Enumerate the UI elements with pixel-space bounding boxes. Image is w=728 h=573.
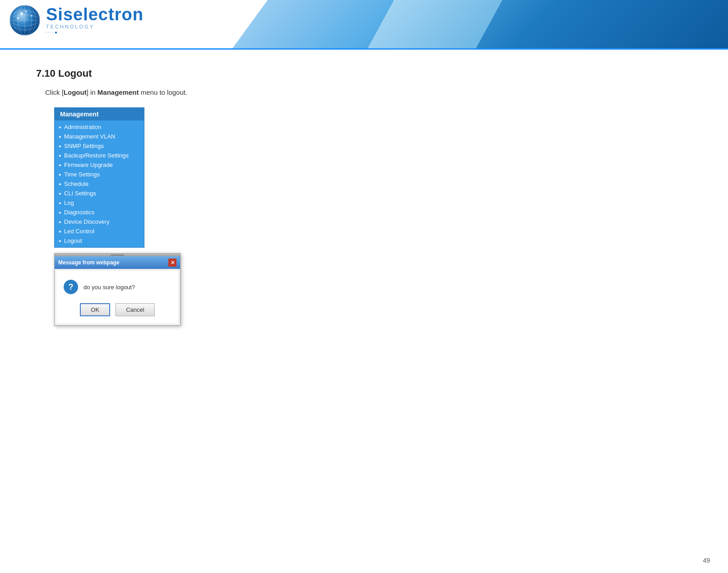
intro-bold: Management: [97, 88, 139, 96]
question-mark: ?: [69, 282, 74, 292]
dialog-ok-button[interactable]: OK: [80, 303, 110, 316]
intro-middle: ] in: [87, 88, 97, 96]
bullet-icon: ▸: [59, 162, 61, 167]
dialog-title: Message from webpage: [58, 259, 119, 266]
bullet-icon: ▸: [59, 181, 61, 186]
menu-item-label: Schedule: [64, 180, 88, 187]
menu-item-label: Time Settings: [64, 171, 100, 178]
management-menu: Management ▸ Administration ▸ Management…: [54, 107, 144, 248]
menu-item-label: SNMP Settings: [64, 143, 104, 149]
dialog-message-row: ? do you sure logout?: [64, 280, 171, 294]
svg-point-9: [17, 17, 19, 19]
menu-item-snmp-settings[interactable]: ▸ SNMP Settings: [55, 141, 144, 151]
bullet-icon: ▸: [59, 172, 61, 177]
intro-suffix: menu to logout.: [139, 88, 188, 96]
section-heading: Logout: [58, 68, 92, 79]
dialog-body: ? do you sure logout? OK Cancel: [56, 271, 178, 323]
intro-text: Click [Logout] in Management menu to log…: [45, 88, 692, 96]
dialog-message-text: do you sure logout?: [83, 284, 135, 291]
bullet-icon: ▸: [59, 143, 61, 148]
intro-link: Logout: [64, 88, 87, 96]
section-title: 7.10 Logout: [36, 68, 692, 79]
bullet-icon: ▸: [59, 153, 61, 158]
menu-item-label: Firmware Upgrade: [64, 162, 113, 168]
dialog-titlebar: Message from webpage ✕: [55, 256, 180, 269]
menu-item-device-discovery[interactable]: ▸ Device Discovery: [55, 217, 144, 226]
menu-item-label: CLI Settings: [64, 190, 96, 197]
logo-name: Siselectron: [46, 6, 144, 23]
bullet-icon: ▸: [59, 134, 61, 139]
menu-item-led-control[interactable]: ▸ Led Control: [55, 226, 144, 236]
bullet-icon: ▸: [59, 200, 61, 205]
intro-prefix: Click [: [45, 88, 64, 96]
logo-subtitle: TECHNOLOGY: [46, 24, 144, 29]
menu-item-label: Led Control: [64, 228, 94, 235]
menu-items-list: ▸ Administration ▸ Management VLAN ▸ SNM…: [55, 120, 144, 247]
menu-item-schedule[interactable]: ▸ Schedule: [55, 179, 144, 189]
menu-item-logout[interactable]: ▸ Logout: [55, 236, 144, 245]
bullet-icon: ▸: [59, 191, 61, 196]
menu-item-label: Log: [64, 199, 74, 206]
bullet-icon: ▸: [59, 229, 61, 234]
menu-item-administration[interactable]: ▸ Administration: [55, 122, 144, 132]
menu-item-backup-restore[interactable]: ▸ Backup/Restore Settings: [55, 151, 144, 160]
menu-item-label: Management VLAN: [64, 133, 115, 140]
menu-item-cli-settings[interactable]: ▸ CLI Settings: [55, 189, 144, 198]
menu-item-time-settings[interactable]: ▸ Time Settings: [55, 170, 144, 179]
logout-dialog: Message from webpage ✕ ? do you sure log…: [54, 253, 181, 326]
svg-point-7: [20, 12, 23, 15]
dialog-buttons: OK Cancel: [64, 303, 171, 316]
menu-header: Management: [55, 108, 144, 120]
page-number: 49: [703, 557, 710, 564]
section-number: 7.10: [36, 68, 56, 79]
menu-item-label: Administration: [64, 124, 101, 130]
logo-globe-icon: [9, 5, 41, 36]
logo-text-area: Siselectron TECHNOLOGY ····●: [46, 6, 144, 35]
bullet-icon: ▸: [59, 210, 61, 215]
svg-point-10: [31, 15, 32, 17]
dialog-cancel-button[interactable]: Cancel: [116, 303, 154, 316]
logo-area: Siselectron TECHNOLOGY ····●: [9, 5, 144, 36]
menu-item-label: Device Discovery: [64, 218, 109, 225]
svg-point-8: [25, 10, 27, 12]
menu-item-label: Diagnostics: [64, 209, 94, 216]
question-icon: ?: [64, 280, 78, 294]
bullet-icon: ▸: [59, 219, 61, 224]
main-content: 7.10 Logout Click [Logout] in Management…: [0, 50, 728, 344]
header: Siselectron TECHNOLOGY ····●: [0, 0, 728, 50]
menu-item-firmware-upgrade[interactable]: ▸ Firmware Upgrade: [55, 160, 144, 170]
menu-item-label: Logout: [64, 237, 82, 244]
menu-item-label: Backup/Restore Settings: [64, 152, 129, 159]
menu-item-diagnostics[interactable]: ▸ Diagnostics: [55, 208, 144, 217]
menu-item-log[interactable]: ▸ Log: [55, 198, 144, 208]
bullet-icon: ▸: [59, 125, 61, 129]
dialog-close-button[interactable]: ✕: [168, 259, 176, 267]
menu-item-management-vlan[interactable]: ▸ Management VLAN: [55, 132, 144, 141]
bullet-icon: ▸: [59, 238, 61, 243]
logo-dots: ····●: [46, 30, 144, 35]
